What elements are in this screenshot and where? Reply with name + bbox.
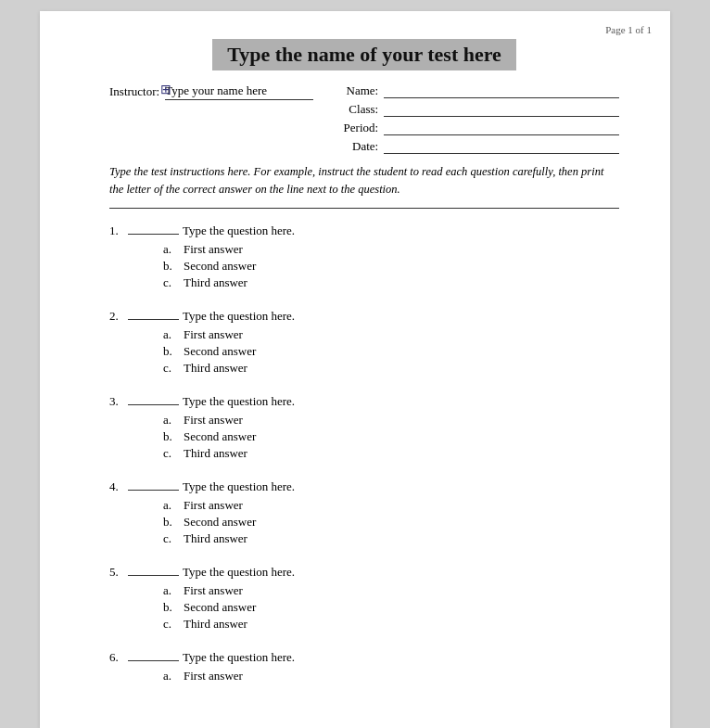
question-number: 1. (109, 224, 128, 238)
document-page: Page 1 of 1 Type the name of your test h… (40, 11, 670, 728)
question-item: 6.Type the question here.a.First answer (109, 648, 619, 683)
period-label: Period: (332, 121, 378, 135)
answer-item: b.Second answer (163, 600, 619, 615)
answer-item: a.First answer (163, 498, 619, 513)
answer-text[interactable]: Second answer (184, 429, 256, 444)
date-line[interactable] (384, 139, 619, 154)
answer-item: a.First answer (163, 242, 619, 257)
question-line: 5.Type the question here. (109, 563, 619, 580)
question-blank[interactable] (128, 563, 179, 576)
class-line[interactable] (384, 102, 619, 117)
answer-item: b.Second answer (163, 259, 619, 274)
answers-list: a.First answerb.Second answerc.Third ans… (163, 583, 619, 632)
question-number: 4. (109, 479, 128, 494)
answer-letter: b. (163, 600, 184, 615)
answer-item: b.Second answer (163, 515, 619, 530)
header-section: Instructor: Type your name here Name: Cl… (109, 83, 619, 154)
answer-text[interactable]: First answer (184, 583, 243, 598)
answer-letter: b. (163, 344, 184, 359)
question-blank[interactable] (128, 648, 179, 661)
question-blank[interactable] (128, 222, 179, 235)
right-fields: Name: Class: Period: Date: (332, 83, 619, 154)
question-item: 3.Type the question here.a.First answerb… (109, 392, 619, 461)
question-number: 2. (109, 309, 128, 324)
name-line[interactable] (384, 83, 619, 98)
answers-list: a.First answerb.Second answerc.Third ans… (163, 413, 619, 461)
name-field-row: Name: (332, 83, 619, 98)
period-field-row: Period: (332, 121, 619, 135)
answer-text[interactable]: Second answer (184, 344, 256, 359)
answer-letter: c. (163, 446, 184, 461)
question-number: 3. (109, 394, 128, 409)
answer-item: a.First answer (163, 327, 619, 342)
question-number: 6. (109, 650, 128, 665)
answer-letter: c. (163, 617, 184, 632)
answer-letter: a. (163, 242, 184, 257)
questions-list: 1.Type the question here.a.First answerb… (109, 222, 619, 683)
answers-list: a.First answerb.Second answerc.Third ans… (163, 498, 619, 546)
answer-letter: c. (163, 531, 184, 546)
answer-letter: b. (163, 515, 184, 530)
test-title[interactable]: Type the name of your test here (212, 39, 516, 70)
question-number: 5. (109, 565, 128, 580)
answer-text[interactable]: Second answer (184, 259, 256, 274)
answer-text[interactable]: Third answer (184, 361, 247, 376)
instructor-value[interactable]: Type your name here (165, 83, 313, 100)
question-text[interactable]: Type the question here. (183, 394, 295, 409)
answers-list: a.First answerb.Second answerc.Third ans… (163, 327, 619, 376)
answer-item: c.Third answer (163, 446, 619, 461)
answer-text[interactable]: First answer (184, 242, 243, 257)
instructor-label: Instructor: (109, 84, 159, 99)
answer-letter: a. (163, 669, 184, 683)
answer-letter: a. (163, 327, 184, 342)
question-text[interactable]: Type the question here. (183, 224, 295, 238)
question-text[interactable]: Type the question here. (183, 309, 295, 324)
answer-text[interactable]: First answer (184, 669, 243, 683)
answer-text[interactable]: Second answer (184, 515, 256, 530)
answer-item: c.Third answer (163, 531, 619, 546)
answer-text[interactable]: Third answer (184, 617, 247, 632)
answer-item: c.Third answer (163, 361, 619, 376)
answer-item: a.First answer (163, 669, 619, 683)
answer-item: a.First answer (163, 583, 619, 598)
instructions-text[interactable]: Type the test instructions here. For exa… (109, 163, 619, 198)
question-blank[interactable] (128, 307, 179, 320)
question-blank[interactable] (128, 478, 179, 491)
answer-letter: b. (163, 259, 184, 274)
answer-text[interactable]: First answer (184, 413, 243, 428)
expand-icon[interactable]: ⊞ (160, 82, 171, 97)
title-wrapper: Type the name of your test here (109, 39, 619, 70)
answer-item: c.Third answer (163, 275, 619, 290)
question-item: 5.Type the question here.a.First answerb… (109, 563, 619, 632)
question-line: 3.Type the question here. (109, 392, 619, 409)
answer-item: a.First answer (163, 413, 619, 428)
answer-letter: b. (163, 429, 184, 444)
answer-item: b.Second answer (163, 344, 619, 359)
question-line: 6.Type the question here. (109, 648, 619, 665)
question-text[interactable]: Type the question here. (183, 650, 295, 665)
question-text[interactable]: Type the question here. (183, 479, 295, 494)
answer-letter: a. (163, 413, 184, 428)
class-label: Class: (332, 102, 378, 117)
answer-text[interactable]: First answer (184, 327, 243, 342)
period-line[interactable] (384, 121, 619, 135)
question-item: 2.Type the question here.a.First answerb… (109, 307, 619, 376)
answer-text[interactable]: Third answer (184, 275, 247, 290)
answer-letter: c. (163, 361, 184, 376)
question-blank[interactable] (128, 392, 179, 405)
answer-text[interactable]: Second answer (184, 600, 256, 615)
instructor-block: Instructor: Type your name here (109, 83, 313, 100)
answers-list: a.First answerb.Second answerc.Third ans… (163, 242, 619, 290)
answers-list: a.First answer (163, 669, 619, 683)
answer-text[interactable]: Third answer (184, 446, 247, 461)
question-item: 1.Type the question here.a.First answerb… (109, 222, 619, 290)
answer-text[interactable]: First answer (184, 498, 243, 513)
answer-letter: c. (163, 275, 184, 290)
answer-letter: a. (163, 498, 184, 513)
answer-text[interactable]: Third answer (184, 531, 247, 546)
question-text[interactable]: Type the question here. (183, 565, 295, 580)
answer-letter: a. (163, 583, 184, 598)
question-line: 1.Type the question here. (109, 222, 619, 238)
section-divider (109, 208, 619, 209)
date-field-row: Date: (332, 139, 619, 154)
